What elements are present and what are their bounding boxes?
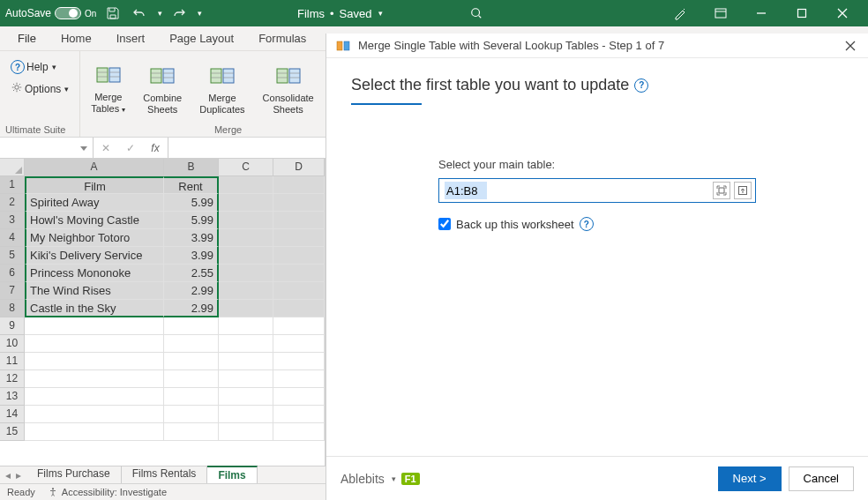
maximize-button[interactable] bbox=[782, 0, 822, 26]
cancel-formula-icon[interactable]: ✕ bbox=[94, 142, 118, 154]
cancel-button[interactable]: Cancel bbox=[789, 466, 854, 491]
cell[interactable] bbox=[219, 229, 273, 247]
dialog-close-button[interactable] bbox=[842, 37, 859, 55]
cell[interactable] bbox=[219, 176, 273, 194]
consolidate-sheets-button[interactable]: ConsolidateSheets bbox=[258, 61, 319, 117]
cell[interactable] bbox=[273, 370, 325, 388]
col-header-A[interactable]: A bbox=[25, 159, 164, 176]
autosave-toggle[interactable]: AutoSave On bbox=[5, 7, 96, 19]
cell[interactable] bbox=[273, 406, 325, 423]
cell[interactable] bbox=[219, 335, 273, 353]
row-header[interactable]: 13 bbox=[0, 388, 25, 406]
minimize-button[interactable] bbox=[741, 0, 782, 26]
sheet-tab[interactable]: Films Purchase bbox=[26, 466, 122, 484]
cell[interactable]: 2.55 bbox=[164, 265, 219, 282]
help-icon[interactable]: ? bbox=[634, 78, 648, 93]
doc-status-dropdown-icon[interactable]: ▾ bbox=[378, 9, 383, 18]
cell[interactable] bbox=[273, 300, 325, 317]
help-icon[interactable]: ? bbox=[580, 217, 594, 231]
cell[interactable] bbox=[219, 388, 273, 406]
pen-icon[interactable] bbox=[660, 0, 700, 26]
sheet-tab[interactable]: Films Rentals bbox=[122, 466, 208, 484]
brand-dropdown-icon[interactable]: ▾ bbox=[392, 474, 396, 483]
accessibility-status[interactable]: Accessibility: Investigate bbox=[48, 487, 167, 497]
cell[interactable] bbox=[25, 406, 164, 423]
ribbon-tab-formulas[interactable]: Formulas bbox=[246, 26, 318, 50]
cell[interactable] bbox=[273, 353, 325, 370]
cell[interactable]: 5.99 bbox=[164, 194, 219, 212]
cell[interactable] bbox=[273, 212, 325, 229]
cell[interactable] bbox=[164, 406, 219, 423]
cell[interactable]: Rent bbox=[164, 176, 219, 194]
cell[interactable] bbox=[219, 317, 273, 335]
help-button[interactable]: ? Help ▾ bbox=[7, 58, 60, 76]
cell[interactable] bbox=[273, 265, 325, 282]
cell[interactable]: 5.99 bbox=[164, 212, 219, 229]
cell[interactable] bbox=[273, 388, 325, 406]
select-all-cell[interactable] bbox=[0, 159, 25, 176]
cell[interactable] bbox=[219, 353, 273, 370]
row-header[interactable]: 4 bbox=[0, 229, 25, 247]
ribbon-tab-page-layout[interactable]: Page Layout bbox=[157, 26, 246, 50]
sheet-tab[interactable]: Films bbox=[207, 466, 257, 485]
tab-scroll-right-icon[interactable]: ▸ bbox=[16, 469, 21, 481]
row-header[interactable]: 8 bbox=[0, 300, 25, 317]
cell[interactable] bbox=[273, 229, 325, 247]
row-header[interactable]: 7 bbox=[0, 282, 25, 300]
toggle-switch[interactable] bbox=[55, 7, 81, 19]
cell[interactable] bbox=[273, 176, 325, 194]
options-button[interactable]: Options ▾ bbox=[7, 79, 72, 98]
col-header-C[interactable]: C bbox=[219, 159, 273, 176]
cell[interactable] bbox=[273, 282, 325, 300]
spreadsheet-grid[interactable]: ABCD 1FilmRent2Spirited Away5.993Howl's … bbox=[0, 159, 326, 466]
cell[interactable]: Princess Mononoke bbox=[25, 265, 164, 282]
enter-formula-icon[interactable]: ✓ bbox=[118, 142, 143, 154]
cell[interactable] bbox=[273, 247, 325, 265]
cell[interactable]: 3.99 bbox=[164, 229, 219, 247]
cell[interactable] bbox=[273, 423, 325, 441]
expand-selection-icon[interactable] bbox=[734, 182, 752, 199]
cell[interactable]: 2.99 bbox=[164, 300, 219, 317]
row-header[interactable]: 9 bbox=[0, 317, 25, 335]
cell[interactable] bbox=[25, 388, 164, 406]
cell[interactable] bbox=[273, 335, 325, 353]
ribbon-tab-insert[interactable]: Insert bbox=[104, 26, 158, 50]
cell[interactable] bbox=[219, 370, 273, 388]
row-header[interactable]: 14 bbox=[0, 406, 25, 423]
cell[interactable]: 3.99 bbox=[164, 247, 219, 265]
cell[interactable] bbox=[219, 282, 273, 300]
cell[interactable] bbox=[164, 370, 219, 388]
document-status[interactable]: Saved bbox=[340, 7, 372, 20]
col-header-D[interactable]: D bbox=[273, 159, 325, 176]
cell[interactable]: Film bbox=[25, 176, 164, 194]
row-header[interactable]: 11 bbox=[0, 353, 25, 370]
cell[interactable] bbox=[164, 335, 219, 353]
ribbon-tab-home[interactable]: Home bbox=[49, 26, 104, 50]
cell[interactable] bbox=[273, 317, 325, 335]
brand-label[interactable]: Ablebits ▾ F1 bbox=[340, 472, 420, 486]
row-header[interactable]: 5 bbox=[0, 247, 25, 265]
row-header[interactable]: 2 bbox=[0, 194, 25, 212]
row-header[interactable]: 6 bbox=[0, 265, 25, 282]
cell[interactable]: My Neighbor Totoro bbox=[25, 229, 164, 247]
select-range-icon[interactable] bbox=[713, 182, 730, 199]
next-button[interactable]: Next > bbox=[718, 466, 782, 491]
cell[interactable] bbox=[219, 265, 273, 282]
row-header[interactable]: 3 bbox=[0, 212, 25, 229]
cell[interactable] bbox=[273, 194, 325, 212]
merge-tables-button[interactable]: MergeTables ▾ bbox=[86, 60, 131, 117]
cell[interactable]: 2.99 bbox=[164, 282, 219, 300]
cell[interactable] bbox=[164, 317, 219, 335]
cell[interactable] bbox=[25, 423, 164, 441]
cell[interactable] bbox=[219, 300, 273, 317]
name-box[interactable] bbox=[0, 138, 94, 158]
undo-dropdown-icon[interactable]: ▾ bbox=[158, 9, 162, 18]
cell[interactable] bbox=[219, 212, 273, 229]
cell[interactable] bbox=[219, 194, 273, 212]
close-button[interactable] bbox=[822, 0, 863, 26]
backup-checkbox-row[interactable]: Back up this worksheet ? bbox=[438, 217, 756, 231]
row-header[interactable]: 10 bbox=[0, 335, 25, 353]
cell[interactable] bbox=[219, 247, 273, 265]
cell[interactable] bbox=[25, 353, 164, 370]
row-header[interactable]: 15 bbox=[0, 423, 25, 441]
